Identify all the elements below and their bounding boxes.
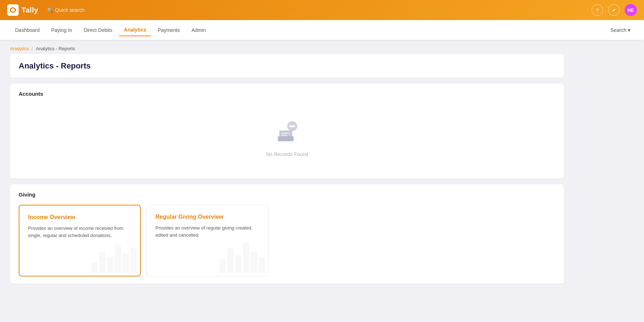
check-icon: ✔ bbox=[612, 8, 616, 13]
accounts-section-title: Accounts bbox=[19, 91, 556, 97]
brand-name: Tally bbox=[22, 6, 38, 14]
rg-chart-bar-3 bbox=[235, 255, 242, 273]
regular-giving-overview-card[interactable]: Regular Giving Overview Provides an over… bbox=[146, 205, 269, 276]
breadcrumb-separator: / bbox=[32, 46, 33, 51]
svg-rect-9 bbox=[281, 135, 287, 136]
nav-item-direct-debits[interactable]: Direct Debits bbox=[79, 24, 117, 36]
rg-chart-bar-4 bbox=[243, 243, 249, 273]
search-label: Search bbox=[611, 27, 626, 33]
notifications-button[interactable]: ✔ bbox=[608, 4, 620, 16]
topbar-search[interactable]: 🔍 Quick search bbox=[47, 7, 85, 13]
income-overview-desc: Provides an overview of income received … bbox=[28, 225, 131, 239]
no-records-icon bbox=[273, 118, 302, 147]
chart-bar-3 bbox=[107, 257, 113, 273]
chart-bar-2 bbox=[99, 251, 106, 273]
search-icon: 🔍 bbox=[47, 7, 53, 13]
help-button[interactable]: ? bbox=[592, 4, 603, 16]
chart-bar-1 bbox=[91, 262, 98, 273]
no-records-container: No Records Found bbox=[19, 104, 556, 171]
regular-giving-chart bbox=[216, 240, 268, 276]
chart-bar-5 bbox=[123, 253, 129, 273]
nav-item-payments[interactable]: Payments bbox=[153, 24, 185, 36]
accounts-section: Accounts No Records Found bbox=[10, 84, 564, 179]
svg-point-5 bbox=[293, 125, 295, 127]
giving-section-title: Giving bbox=[19, 191, 556, 198]
topbar-actions: ? ✔ HE bbox=[592, 4, 637, 16]
income-overview-card[interactable]: Income Overview Provides an overview of … bbox=[19, 205, 141, 276]
topbar: Tally 🔍 Quick search ? ✔ HE bbox=[0, 0, 644, 20]
secondary-navbar: Dashboard Paying In Direct Debits Analyt… bbox=[0, 20, 644, 40]
topbar-search-text: Quick search bbox=[55, 7, 85, 13]
giving-section: Giving Income Overview Provides an overv… bbox=[10, 184, 564, 284]
regular-giving-overview-title: Regular Giving Overview bbox=[155, 214, 260, 220]
rg-chart-bar-1 bbox=[219, 259, 226, 273]
nav-item-analytics[interactable]: Analytics bbox=[119, 24, 151, 36]
nav-item-admin[interactable]: Admin bbox=[187, 24, 211, 36]
giving-cards-grid: Income Overview Provides an overview of … bbox=[19, 205, 556, 276]
chart-bar-4 bbox=[115, 244, 121, 273]
rg-chart-bar-6 bbox=[259, 257, 265, 273]
page-title-section: Analytics - Reports bbox=[10, 54, 564, 78]
no-records-text: No Records Found bbox=[266, 151, 308, 157]
income-overview-title: Income Overview bbox=[28, 214, 131, 221]
nav-item-paying-in[interactable]: Paying In bbox=[46, 24, 77, 36]
chevron-down-icon: ▾ bbox=[628, 27, 630, 33]
user-avatar[interactable]: HE bbox=[625, 4, 637, 16]
nav-item-dashboard[interactable]: Dashboard bbox=[10, 24, 45, 36]
main-content: Analytics / Analytics - Reports Analytic… bbox=[0, 40, 574, 299]
breadcrumb: Analytics / Analytics - Reports bbox=[10, 40, 564, 54]
rg-chart-bar-5 bbox=[251, 252, 257, 273]
svg-rect-7 bbox=[278, 136, 294, 141]
rg-chart-bar-2 bbox=[227, 248, 234, 273]
nav-items: Dashboard Paying In Direct Debits Analyt… bbox=[10, 24, 607, 36]
chart-bar-6 bbox=[131, 248, 137, 273]
svg-rect-8 bbox=[281, 133, 290, 134]
navbar-search[interactable]: Search ▾ bbox=[607, 25, 634, 35]
page-title: Analytics - Reports bbox=[19, 61, 556, 71]
logo-icon bbox=[7, 4, 19, 16]
breadcrumb-analytics-link[interactable]: Analytics bbox=[10, 46, 29, 51]
brand-logo[interactable]: Tally bbox=[7, 4, 38, 16]
regular-giving-overview-desc: Provides an overview of regular giving c… bbox=[155, 224, 260, 238]
income-overview-chart bbox=[88, 241, 140, 276]
breadcrumb-current: Analytics - Reports bbox=[36, 46, 75, 51]
